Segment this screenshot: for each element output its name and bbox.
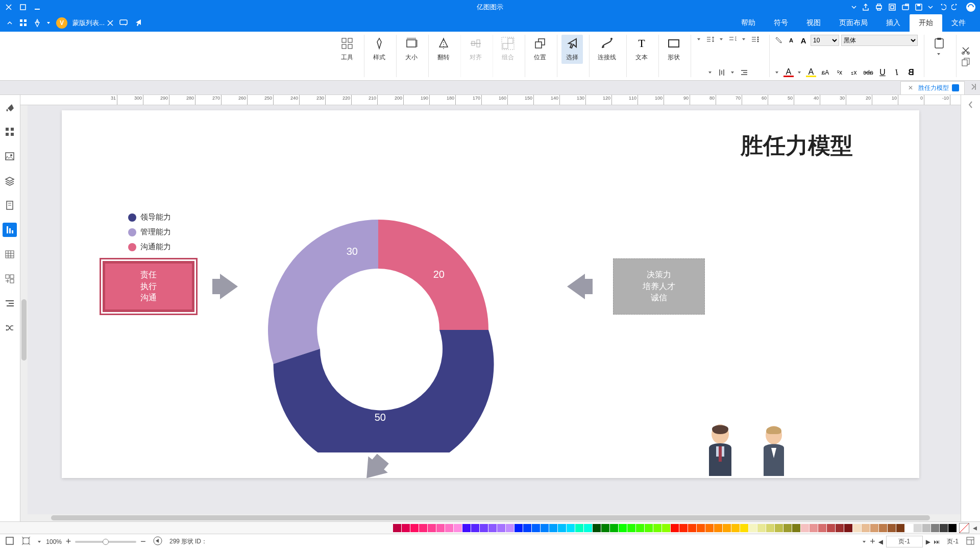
connector-button[interactable]: 连接线 — [594, 35, 620, 64]
share-icon[interactable] — [862, 3, 870, 11]
rail-layers-icon[interactable] — [3, 174, 17, 188]
color-swatch[interactable] — [870, 524, 878, 532]
menu-help[interactable]: 帮助 — [732, 14, 765, 32]
select-button[interactable]: 选择 — [561, 35, 583, 64]
rail-grid-icon[interactable] — [3, 272, 17, 286]
fit-page-icon[interactable] — [21, 536, 31, 547]
group-button[interactable]: 组合 — [497, 35, 519, 64]
color-swatch[interactable] — [514, 524, 523, 532]
fullscreen-icon[interactable] — [5, 536, 14, 547]
arrow-right-icon[interactable] — [210, 269, 246, 306]
color-swatch[interactable] — [532, 524, 540, 532]
open-icon[interactable] — [901, 3, 910, 11]
rail-fill-icon[interactable] — [3, 100, 17, 114]
document-tab[interactable]: 胜任力模型 ✕ — [900, 81, 965, 94]
rail-distribute-icon[interactable] — [3, 296, 17, 311]
zoom-menu-icon[interactable] — [38, 541, 41, 543]
align-button[interactable]: 对齐 — [465, 35, 486, 64]
left-panel-toggle-icon[interactable] — [966, 100, 975, 111]
color-swatch[interactable] — [705, 524, 714, 532]
color-swatch[interactable] — [584, 524, 592, 532]
font-color-icon[interactable]: A — [783, 68, 794, 77]
eyedropper-icon[interactable] — [774, 36, 784, 45]
rail-shuffle-icon[interactable] — [3, 321, 17, 335]
user-avatar[interactable]: V — [56, 17, 67, 29]
case-icon[interactable]: Aa — [820, 68, 830, 77]
color-swatch[interactable] — [419, 524, 427, 532]
color-swatch[interactable] — [679, 524, 688, 532]
color-swatch[interactable] — [627, 524, 635, 532]
color-swatch[interactable] — [480, 524, 488, 532]
color-swatch[interactable] — [523, 524, 531, 532]
rail-chart-icon[interactable] — [3, 223, 17, 237]
color-swatch[interactable] — [541, 524, 549, 532]
rail-image-icon[interactable] — [3, 149, 17, 163]
color-swatch[interactable] — [471, 524, 479, 532]
superscript-icon[interactable]: x² — [835, 68, 845, 77]
color-swatch[interactable] — [549, 524, 557, 532]
page-prev-icon[interactable]: ◀ — [926, 538, 930, 545]
color-swatch[interactable] — [636, 524, 644, 532]
print-icon[interactable] — [875, 3, 883, 11]
color-swatch[interactable] — [783, 524, 792, 532]
color-swatch[interactable] — [393, 524, 401, 532]
style-button[interactable]: 样式 — [369, 35, 390, 64]
font-grow-icon[interactable]: A — [798, 36, 808, 45]
save-icon[interactable] — [915, 3, 923, 11]
position-button[interactable]: 位置 — [529, 35, 551, 64]
valign-icon[interactable] — [717, 68, 727, 77]
menu-start[interactable]: 开始 — [910, 14, 942, 32]
color-swatch[interactable] — [844, 524, 852, 532]
color-swatch[interactable] — [454, 524, 462, 532]
color-swatch[interactable] — [775, 524, 783, 532]
numbering-icon[interactable]: 12 — [728, 35, 739, 44]
highlight-icon[interactable]: A — [806, 68, 816, 77]
font-shrink-icon[interactable]: A — [786, 36, 796, 45]
strike-icon[interactable]: abc — [863, 68, 873, 77]
close-button[interactable] — [5, 4, 12, 11]
color-swatch[interactable] — [428, 524, 436, 532]
flip-button[interactable]: 翻转 — [433, 35, 454, 64]
colorbar-expand-icon[interactable]: ▸ — [973, 523, 977, 533]
color-swatch[interactable] — [766, 524, 774, 532]
color-swatch[interactable] — [445, 524, 453, 532]
text-button[interactable]: T 文本 — [631, 35, 652, 64]
cut-icon[interactable] — [961, 46, 971, 55]
color-swatch[interactable] — [905, 524, 913, 532]
canvas-page[interactable]: 胜任力模型 决策力 培养人才 诚信 — [62, 110, 919, 478]
color-swatch[interactable] — [462, 524, 471, 532]
color-swatch[interactable] — [740, 524, 748, 532]
avatar-dropdown-icon[interactable] — [47, 22, 50, 24]
color-swatch[interactable] — [914, 524, 922, 532]
rail-page-icon[interactable] — [3, 198, 17, 212]
color-swatch[interactable] — [601, 524, 609, 532]
arrow-down-icon[interactable] — [355, 452, 391, 490]
minimize-button[interactable] — [34, 4, 41, 11]
zoom-in-icon[interactable]: + — [66, 536, 71, 547]
color-swatch[interactable] — [688, 524, 696, 532]
doc-tab-close-icon[interactable]: ✕ — [906, 84, 915, 91]
color-swatch[interactable] — [723, 524, 731, 532]
color-swatch[interactable] — [862, 524, 870, 532]
color-swatch[interactable] — [731, 524, 740, 532]
color-swatch[interactable] — [818, 524, 826, 532]
color-swatch[interactable] — [410, 524, 419, 532]
color-swatch[interactable] — [879, 524, 887, 532]
line-spacing-icon[interactable] — [706, 35, 716, 44]
apps-icon[interactable] — [18, 18, 28, 28]
color-swatch[interactable] — [402, 524, 410, 532]
collapse-left-panel-icon[interactable] — [969, 83, 977, 93]
bullets-icon[interactable] — [751, 35, 761, 44]
color-swatch[interactable] — [497, 524, 505, 532]
menu-view[interactable]: 视图 — [797, 14, 830, 32]
undo-icon[interactable] — [951, 3, 960, 11]
color-swatch[interactable] — [940, 524, 948, 532]
color-swatch[interactable] — [697, 524, 705, 532]
color-swatch[interactable] — [836, 524, 844, 532]
align-left-icon[interactable] — [740, 68, 750, 77]
page-current[interactable]: 页-1 — [886, 536, 923, 547]
color-swatch[interactable] — [619, 524, 627, 532]
decision-box[interactable]: 决策力 培养人才 诚信 — [613, 258, 705, 315]
page-menu-icon[interactable] — [863, 541, 866, 543]
people-clipart[interactable] — [690, 420, 802, 478]
